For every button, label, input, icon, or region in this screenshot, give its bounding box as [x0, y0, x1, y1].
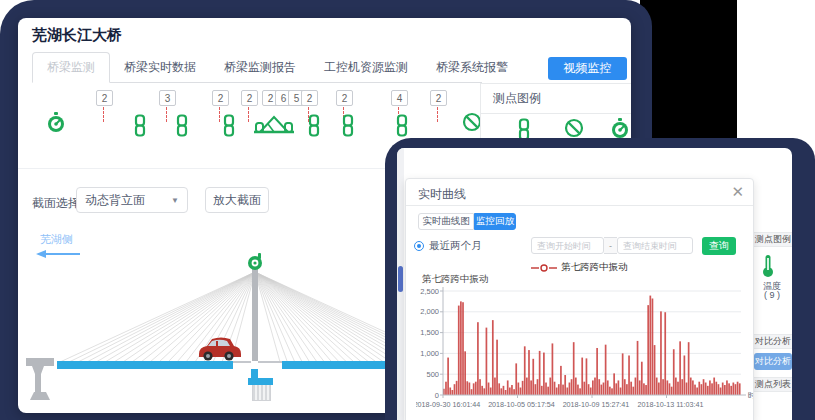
svg-text:1,500: 1,500 [420, 328, 439, 337]
car [196, 334, 242, 362]
legend-label: 第七跨跨中振动 [561, 261, 628, 274]
main-tabbar: 桥梁监测桥梁实时数据桥梁监测报告工控机资源监测桥梁系统报警 [32, 55, 482, 83]
sensor-dash-line [219, 107, 220, 122]
link-icon[interactable] [340, 114, 356, 141]
sensor-count-badge: 2 [301, 90, 318, 106]
bridge-deck-gap [258, 361, 282, 363]
bridge-deck-left [57, 361, 233, 369]
temperature-count: ( 9 ) [752, 290, 792, 300]
sensor-count-badge: 2 [336, 90, 353, 106]
query-button[interactable]: 查询 [702, 237, 736, 255]
svg-text:2,000: 2,000 [420, 307, 439, 316]
sliver-pointlist-header: 测点列表 [752, 377, 792, 392]
svg-text:0: 0 [435, 391, 439, 400]
bridge-pedestal [248, 378, 273, 385]
main-tab-4[interactable]: 桥梁系统报警 [422, 53, 522, 82]
tower-camera-icon[interactable] [246, 252, 265, 271]
svg-text:2018-10-13 11:03:41: 2018-10-13 11:03:41 [637, 400, 703, 409]
background-black-block [640, 0, 737, 142]
svg-text:2018-10-05 05:17:54: 2018-10-05 05:17:54 [488, 400, 555, 409]
bridge-sensor-icon[interactable] [254, 114, 294, 141]
gauge-icon[interactable] [46, 112, 66, 138]
link-icon[interactable] [221, 114, 237, 141]
tab-realtime-curve[interactable]: 实时曲线图 [418, 213, 474, 230]
main-tab-0[interactable]: 桥梁监测 [32, 52, 110, 83]
main-tab-3[interactable]: 工控机资源监测 [310, 53, 422, 82]
legend-marker-icon [531, 263, 557, 273]
sensor-dash-line [437, 107, 438, 122]
chevron-down-icon: ▼ [171, 196, 179, 205]
close-icon[interactable]: ✕ [731, 184, 744, 199]
link-icon[interactable] [132, 114, 148, 141]
bridge-foundation [252, 385, 271, 401]
sensor-count-badge: 2 [96, 90, 113, 106]
sensor-dash-line [248, 107, 249, 122]
svg-text:2018-10-09 15:27:41: 2018-10-09 15:27:41 [563, 400, 630, 409]
ban-icon[interactable] [462, 112, 482, 136]
legend-panel-title: 测点图例 [481, 84, 631, 114]
svg-text:500: 500 [426, 370, 439, 379]
svg-text:时间: 时间 [748, 391, 753, 400]
link-icon[interactable] [306, 114, 322, 141]
svg-text:1,000: 1,000 [420, 349, 439, 358]
link-icon[interactable] [174, 114, 190, 141]
date-range-separator: - [604, 237, 617, 254]
vibration-chart: 05001,0001,5002,0002,5002018-09-30 16:01… [416, 283, 753, 417]
realtime-curve-modal: 实时曲线 ✕ 实时曲线图 监控回放 最近两个月 - 查询 第七跨跨中振动 第七跨… [405, 178, 754, 420]
sensor-count-badge: 2 [212, 90, 229, 106]
query-start-time-input[interactable] [531, 237, 604, 254]
compare-analysis-button[interactable]: 对比分析 [754, 353, 792, 370]
query-end-time-input[interactable] [617, 237, 693, 254]
modal-header: 实时曲线 ✕ [406, 179, 753, 206]
sensor-count-badge: 2 [430, 90, 447, 106]
modal-title: 实时曲线 [418, 186, 466, 203]
last-two-months-radio[interactable] [414, 241, 424, 251]
section-select-value: 动态背立面 [85, 192, 145, 209]
sensor-count-badge: 4 [391, 90, 408, 106]
thermometer-icon[interactable] [761, 254, 775, 278]
video-monitor-button[interactable]: 视频监控 [548, 57, 627, 80]
sensor-dash-line [166, 107, 167, 122]
sliver-compare-header: 对比分析 [752, 334, 792, 349]
main-tab-1[interactable]: 桥梁实时数据 [110, 53, 210, 82]
last-two-months-label: 最近两个月 [429, 239, 482, 253]
bridge-tower [252, 260, 258, 361]
link-icon[interactable] [394, 114, 410, 141]
sensor-count-badge: 3 [159, 90, 176, 106]
bridge-deck-right [282, 361, 398, 369]
bridge-pier [24, 356, 60, 404]
svg-text:2,500: 2,500 [420, 287, 439, 296]
sliver-legend-header: 测点图例 [752, 232, 792, 247]
tab-playback[interactable]: 监控回放 [474, 213, 516, 230]
scrollbar-track[interactable] [397, 148, 404, 420]
section-select-dropdown[interactable]: 动态背立面 ▼ [76, 187, 188, 213]
sensor-dash-line [103, 107, 104, 122]
svg-text:2018-09-30 16:01:44: 2018-09-30 16:01:44 [416, 400, 480, 409]
main-tab-2[interactable]: 桥梁监测报告 [210, 53, 310, 82]
scrollbar-thumb[interactable] [398, 266, 403, 292]
page-title: 芜湖长江大桥 [32, 26, 122, 45]
popup-window: 测点图例 温度 ( 9 ) 对比分析 对比分析 测点列表 实时曲线 ✕ 实时曲线… [397, 148, 792, 420]
sensor-count-badge: 2 [241, 90, 258, 106]
zoom-section-button[interactable]: 放大截面 [205, 187, 269, 213]
